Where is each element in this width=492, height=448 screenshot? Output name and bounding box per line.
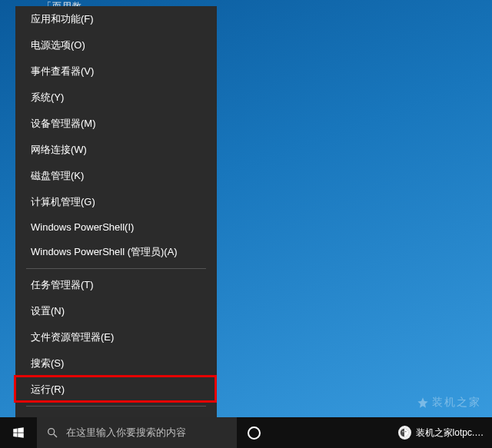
cortana-button[interactable] xyxy=(237,417,271,448)
svg-point-3 xyxy=(403,431,404,433)
menu-separator xyxy=(26,268,206,269)
taskbar-tray-app[interactable]: 装机之家lotpc.co... xyxy=(392,417,492,448)
menu-powershell-admin[interactable]: Windows PowerShell (管理员)(A) xyxy=(15,239,217,265)
watermark-text: 装机之家 xyxy=(432,396,481,410)
menu-file-explorer[interactable]: 文件资源管理器(E) xyxy=(15,324,217,350)
menu-powershell[interactable]: Windows PowerShell(I) xyxy=(15,215,217,239)
windows-logo-icon xyxy=(12,426,25,440)
tray-app-icon xyxy=(398,426,411,440)
menu-disk-management[interactable]: 磁盘管理(K) xyxy=(15,163,217,189)
star-icon xyxy=(417,397,429,409)
menu-computer-management[interactable]: 计算机管理(G) xyxy=(15,189,217,215)
watermark: 装机之家 xyxy=(417,396,481,410)
menu-power-options[interactable]: 电源选项(O) xyxy=(15,32,217,58)
menu-system[interactable]: 系统(Y) xyxy=(15,85,217,111)
svg-line-1 xyxy=(54,434,57,437)
start-button[interactable] xyxy=(0,417,37,448)
winx-context-menu: 应用和功能(F)电源选项(O)事件查看器(V)系统(Y)设备管理器(M)网络连接… xyxy=(15,6,217,448)
menu-task-manager[interactable]: 任务管理器(T) xyxy=(15,272,217,298)
taskbar: 在这里输入你要搜索的内容 装机之家lotpc.co... xyxy=(0,417,492,448)
menu-settings[interactable]: 设置(N) xyxy=(15,298,217,324)
menu-apps-features[interactable]: 应用和功能(F) xyxy=(15,6,217,32)
svg-point-4 xyxy=(405,431,407,433)
taskbar-search-box[interactable]: 在这里输入你要搜索的内容 xyxy=(37,417,237,448)
menu-device-manager[interactable]: 设备管理器(M) xyxy=(15,111,217,137)
cortana-ring-icon xyxy=(248,426,261,440)
tray-app-label: 装机之家lotpc.co... xyxy=(416,426,486,440)
taskbar-search-placeholder: 在这里输入你要搜索的内容 xyxy=(66,426,186,440)
menu-event-viewer[interactable]: 事件查看器(V) xyxy=(15,58,217,85)
svg-point-0 xyxy=(48,429,55,435)
menu-network-connections[interactable]: 网络连接(W) xyxy=(15,137,217,163)
menu-search[interactable]: 搜索(S) xyxy=(15,350,217,377)
menu-separator xyxy=(26,406,206,407)
search-icon xyxy=(46,426,58,439)
menu-run[interactable]: 运行(R) xyxy=(15,377,217,403)
